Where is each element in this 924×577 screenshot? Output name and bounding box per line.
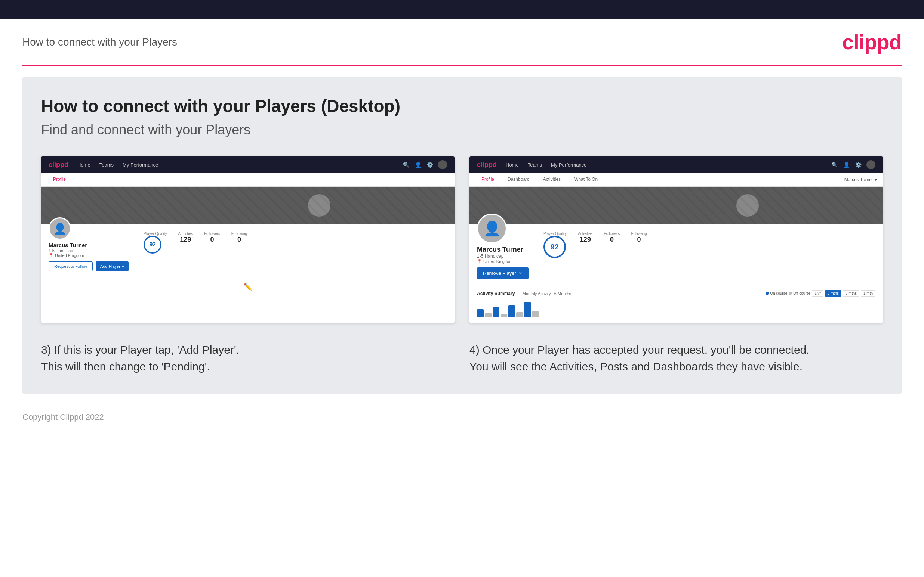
left-nav-performance[interactable]: My Performance bbox=[123, 162, 158, 168]
remove-player-label: Remove Player bbox=[483, 271, 516, 276]
desc-left-line1: 3) If this is your Player tap, 'Add Play… bbox=[41, 343, 239, 356]
filter-3mths[interactable]: 3 mths bbox=[843, 290, 859, 297]
left-stat-followers: Followers 0 bbox=[204, 232, 220, 253]
left-nav: clippd Home Teams My Performance 🔍 👤 ⚙️ bbox=[41, 156, 454, 173]
search-icon[interactable]: 🔍 bbox=[402, 161, 410, 168]
right-following-label: Following bbox=[631, 232, 647, 236]
activity-header: Activity Summary Monthly Activity · 6 Mo… bbox=[477, 290, 876, 297]
add-player-label: Add Player bbox=[100, 264, 120, 269]
bar-3 bbox=[493, 307, 499, 317]
activity-chart bbox=[477, 300, 876, 318]
left-avatar: 👤 bbox=[48, 218, 71, 240]
on-course-label: On course bbox=[770, 291, 787, 295]
location-pin-icon: 📍 bbox=[48, 253, 54, 258]
desc-left-text: 3) If this is your Player tap, 'Add Play… bbox=[41, 341, 454, 375]
left-edit-area: ✏️ bbox=[41, 277, 454, 296]
right-stat-quality: Player Quality 92 bbox=[543, 232, 567, 258]
left-stat-activities: Activities 129 bbox=[178, 232, 193, 253]
desc-right-line1: 4) Once your Player has accepted your re… bbox=[470, 343, 809, 356]
off-course-dot bbox=[789, 292, 792, 295]
logo: clippd bbox=[842, 30, 901, 54]
user-avatar[interactable] bbox=[438, 160, 447, 169]
legend-off-course: Off course bbox=[789, 291, 810, 295]
on-course-dot bbox=[766, 292, 769, 295]
main-subtitle: Find and connect with your Players bbox=[41, 122, 883, 138]
left-following-value: 0 bbox=[231, 236, 247, 243]
header-divider bbox=[23, 65, 901, 66]
top-bar bbox=[0, 0, 924, 19]
left-profile-location: 📍 United Kingdom bbox=[48, 253, 129, 258]
main-title: How to connect with your Players (Deskto… bbox=[41, 96, 883, 116]
right-profile-name: Marcus Turner bbox=[477, 246, 528, 253]
left-nav-home[interactable]: Home bbox=[78, 162, 90, 168]
screenshot-right: clippd Home Teams My Performance 🔍 👤 ⚙️ … bbox=[470, 156, 883, 323]
right-location-text: United Kingdom bbox=[483, 259, 512, 264]
tab-profile-right[interactable]: Profile bbox=[475, 173, 500, 186]
left-btn-row: Request to Follow Add Player + bbox=[48, 261, 129, 271]
left-nav-teams[interactable]: Teams bbox=[99, 162, 114, 168]
description-section: 3) If this is your Player tap, 'Add Play… bbox=[41, 341, 883, 375]
right-tabs: Profile Dashboard Activities What To On … bbox=[470, 173, 883, 187]
right-location-pin-icon: 📍 bbox=[477, 259, 482, 264]
left-activities-value: 129 bbox=[178, 236, 193, 243]
main-content: How to connect with your Players (Deskto… bbox=[23, 77, 901, 393]
left-quality-label: Player Quality bbox=[144, 232, 167, 236]
right-nav: clippd Home Teams My Performance 🔍 👤 ⚙️ bbox=[470, 156, 883, 173]
filter-1yr[interactable]: 1 yr bbox=[812, 290, 824, 297]
bar-8 bbox=[532, 311, 539, 317]
right-search-icon[interactable]: 🔍 bbox=[830, 161, 838, 168]
right-nav-performance[interactable]: My Performance bbox=[551, 162, 586, 168]
activity-section: Activity Summary Monthly Activity · 6 Mo… bbox=[470, 285, 883, 323]
desc-left: 3) If this is your Player tap, 'Add Play… bbox=[41, 341, 454, 375]
left-following-label: Following bbox=[231, 232, 247, 236]
left-location-text: United Kingdom bbox=[55, 253, 84, 258]
right-settings-icon[interactable]: ⚙️ bbox=[855, 161, 862, 168]
tab-dashboard-right[interactable]: Dashboard bbox=[502, 173, 536, 186]
banner-golf-left bbox=[41, 187, 454, 224]
filter-1mth[interactable]: 1 mth bbox=[861, 290, 876, 297]
tab-what-to-on-right[interactable]: What To On bbox=[568, 173, 604, 186]
left-activities-label: Activities bbox=[178, 232, 193, 236]
left-quality-value: 92 bbox=[149, 241, 156, 248]
user-dropdown-label: Marcus Turner bbox=[844, 177, 873, 182]
left-nav-icons: 🔍 👤 ⚙️ bbox=[402, 160, 447, 169]
filter-6mths[interactable]: 6 mths bbox=[825, 290, 842, 297]
left-tabs: Profile bbox=[41, 173, 454, 187]
desc-right-text: 4) Once your Player has accepted your re… bbox=[470, 341, 883, 375]
bar-7 bbox=[524, 302, 531, 317]
right-nav-icons: 🔍 👤 ⚙️ bbox=[830, 160, 876, 169]
left-stat-quality: Player Quality 92 bbox=[144, 232, 167, 253]
right-following-value: 0 bbox=[631, 236, 647, 243]
settings-icon[interactable]: ⚙️ bbox=[426, 161, 434, 168]
right-user-avatar[interactable] bbox=[866, 160, 876, 169]
bar-6 bbox=[516, 312, 523, 317]
add-player-button[interactable]: Add Player + bbox=[96, 261, 129, 271]
request-follow-button[interactable]: Request to Follow bbox=[48, 261, 93, 271]
tab-activities-right[interactable]: Activities bbox=[537, 173, 567, 186]
left-profile-name: Marcus Turner bbox=[48, 242, 129, 248]
left-profile-left: 👤 Marcus Turner 1-5 Handicap 📍 United Ki… bbox=[48, 229, 129, 271]
right-profile-left: 👤 Marcus Turner 1-5 Handicap 📍 United Ki… bbox=[477, 229, 528, 279]
off-course-label: Off course bbox=[793, 291, 810, 295]
edit-pencil-icon[interactable]: ✏️ bbox=[243, 282, 253, 291]
desc-left-line2: This will then change to 'Pending'. bbox=[41, 360, 210, 373]
right-profile-center: Player Quality 92 Activities 129 Followe bbox=[536, 229, 876, 258]
right-nav-home[interactable]: Home bbox=[506, 162, 519, 168]
right-nav-teams[interactable]: Teams bbox=[528, 162, 542, 168]
left-profile-banner bbox=[41, 187, 454, 224]
desc-right: 4) Once your Player has accepted your re… bbox=[470, 341, 883, 375]
activity-title-group: Activity Summary Monthly Activity · 6 Mo… bbox=[477, 290, 571, 297]
right-quality-value: 92 bbox=[551, 243, 559, 251]
close-icon: ✕ bbox=[519, 271, 523, 276]
left-profile-info: 👤 Marcus Turner 1-5 Handicap 📍 United Ki… bbox=[41, 224, 454, 277]
right-avatar: 👤 bbox=[477, 214, 507, 243]
tab-profile-left[interactable]: Profile bbox=[47, 173, 72, 186]
right-user-icon[interactable]: 👤 bbox=[843, 161, 850, 168]
user-icon[interactable]: 👤 bbox=[414, 161, 422, 168]
right-activities-value: 129 bbox=[578, 236, 593, 243]
screenshots-row: clippd Home Teams My Performance 🔍 👤 ⚙️ … bbox=[41, 156, 883, 323]
right-tab-user-dropdown[interactable]: Marcus Turner ▾ bbox=[844, 173, 877, 186]
left-followers-value: 0 bbox=[204, 236, 220, 243]
remove-player-button[interactable]: Remove Player ✕ bbox=[477, 268, 528, 279]
right-profile-main-row: 👤 Marcus Turner 1-5 Handicap 📍 United Ki… bbox=[477, 229, 876, 279]
